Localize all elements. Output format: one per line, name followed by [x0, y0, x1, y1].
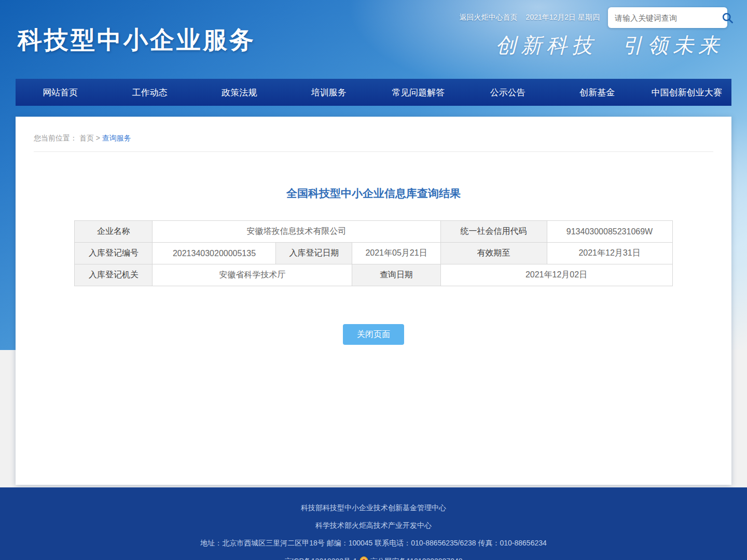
- search-icon[interactable]: [721, 11, 739, 24]
- table-row: 入库登记编号 202134030200005135 入库登记日期 2021年05…: [75, 243, 672, 264]
- police-badge-icon: [359, 556, 368, 560]
- credit-code-label: 统一社会信用代码: [440, 221, 547, 243]
- company-name-label: 企业名称: [75, 221, 153, 243]
- return-torch-home-link[interactable]: 返回火炬中心首页: [460, 13, 518, 22]
- nav-item-home[interactable]: 网站首页: [16, 79, 105, 106]
- date-text: 2021年12月2日 星期四: [526, 13, 600, 22]
- nav-item-work-news[interactable]: 工作动态: [105, 79, 195, 106]
- content-card: 您当前位置： 首页 > 查询服务 全国科技型中小企业信息库查询结果 企业名称 安…: [16, 117, 731, 485]
- nav-item-policies[interactable]: 政策法规: [195, 79, 284, 106]
- main-nav: 网站首页 工作动态 政策法规 培训服务 常见问题解答 公示公告 创新基金 中国创…: [16, 79, 731, 106]
- registration-date-label: 入库登记日期: [276, 243, 352, 264]
- footer-contact-line: 地址：北京市西城区三里河二区甲18号 邮编：100045 联系电话：010-88…: [0, 539, 747, 548]
- breadcrumb-current-link[interactable]: 查询服务: [102, 134, 131, 142]
- result-table: 企业名称 安徽塔孜信息技术有限公司 统一社会信用代码 9134030008523…: [74, 220, 672, 286]
- valid-until-value: 2021年12月31日: [547, 243, 672, 264]
- breadcrumb: 您当前位置： 首页 > 查询服务: [34, 117, 713, 152]
- registration-number-value: 202134030200005135: [153, 243, 276, 264]
- nav-item-training[interactable]: 培训服务: [284, 79, 374, 106]
- nav-item-faq[interactable]: 常见问题解答: [374, 79, 463, 106]
- slogan-text: 创新科技 引领未来: [495, 31, 724, 60]
- site-logo: 科技型中小企业服务: [18, 24, 256, 57]
- nav-item-announcements[interactable]: 公示公告: [463, 79, 553, 106]
- breadcrumb-prefix: 您当前位置：: [34, 134, 77, 142]
- registration-authority-value: 安徽省科学技术厅: [153, 264, 352, 286]
- table-row: 企业名称 安徽塔孜信息技术有限公司 统一社会信用代码 9134030008523…: [75, 221, 672, 243]
- site-footer: 科技部科技型中小企业技术创新基金管理中心 科学技术部火炬高技术产业开发中心 地址…: [0, 487, 747, 560]
- credit-code-value: 91340300085231069W: [547, 221, 672, 243]
- query-date-value: 2021年12月02日: [440, 264, 672, 286]
- registration-authority-label: 入库登记机关: [75, 264, 153, 286]
- page-title: 全国科技型中小企业信息库查询结果: [16, 186, 731, 201]
- registration-number-label: 入库登记编号: [75, 243, 153, 264]
- table-row: 入库登记机关 安徽省科学技术厅 查询日期 2021年12月02日: [75, 264, 672, 286]
- breadcrumb-home-link[interactable]: 首页: [79, 134, 94, 142]
- search-box: [608, 7, 727, 28]
- icp-record-link[interactable]: 京ICP备13019302号-1: [284, 557, 357, 560]
- breadcrumb-separator: >: [96, 134, 100, 142]
- nav-item-innovation-fund[interactable]: 创新基金: [552, 79, 642, 106]
- footer-org-line-1: 科技部科技型中小企业技术创新基金管理中心: [0, 503, 747, 513]
- registration-date-value: 2021年05月21日: [352, 243, 440, 264]
- police-record-link[interactable]: 京公网安备11010202007048: [370, 557, 463, 560]
- query-date-label: 查询日期: [352, 264, 440, 286]
- search-input[interactable]: [608, 13, 721, 22]
- footer-record-line: 京ICP备13019302号-1 京公网安备11010202007048: [0, 556, 747, 560]
- footer-org-line-2: 科学技术部火炬高技术产业开发中心: [0, 521, 747, 530]
- valid-until-label: 有效期至: [440, 243, 547, 264]
- header-utility-bar: 返回火炬中心首页 2021年12月2日 星期四: [460, 7, 727, 28]
- nav-item-innovation-contest[interactable]: 中国创新创业大赛: [642, 79, 732, 106]
- company-name-value: 安徽塔孜信息技术有限公司: [153, 221, 440, 243]
- close-page-button[interactable]: 关闭页面: [343, 324, 404, 345]
